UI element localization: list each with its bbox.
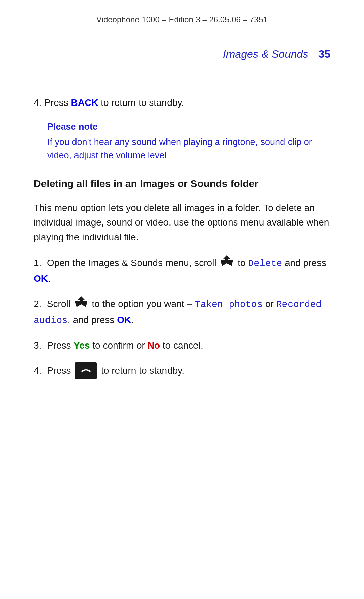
content-area: 4. Press BACK to return to standby. Plea… bbox=[34, 82, 330, 380]
chapter-header: Images & Sounds 35 bbox=[34, 46, 330, 62]
header-rule-area: Images & Sounds 35 bbox=[34, 46, 330, 65]
step-4-back-text: 4. Press BACK to return to standby. bbox=[34, 95, 184, 110]
please-note-label: Please note bbox=[47, 120, 330, 134]
step-1: 1. Open the Images & Sounds menu, scroll… bbox=[34, 255, 330, 286]
step-3-text: 3. Press Yes to confirm or No to cancel. bbox=[34, 338, 203, 353]
step-2: 2. Scroll to the option you want – Taken… bbox=[34, 296, 330, 328]
yes-label: Yes bbox=[73, 340, 90, 351]
end-call-button-icon bbox=[75, 362, 97, 379]
divider-line bbox=[34, 65, 330, 65]
body-paragraph: This menu option lets you delete all ima… bbox=[34, 201, 330, 244]
page-header: Videophone 1000 – Edition 3 – 26.05.06 –… bbox=[34, 13, 330, 26]
please-note-box: Please note If you don't hear any sound … bbox=[47, 120, 330, 162]
please-note-text: If you don't hear any sound when playing… bbox=[47, 135, 330, 162]
step-4-end: 4. Press to return to standby. bbox=[34, 363, 330, 380]
ok-label-1: OK bbox=[34, 273, 48, 284]
step-3: 3. Press Yes to confirm or No to cancel. bbox=[34, 338, 330, 353]
no-label: No bbox=[148, 340, 160, 351]
scroll-icon-2 bbox=[74, 296, 88, 312]
scroll-icon-1 bbox=[220, 254, 234, 271]
step-4-end-text: 4. Press to return to standby. bbox=[34, 363, 184, 380]
page-container: Videophone 1000 – Edition 3 – 26.05.06 –… bbox=[0, 0, 364, 599]
step-4-back: 4. Press BACK to return to standby. bbox=[34, 95, 330, 110]
back-button-label: BACK bbox=[71, 97, 98, 108]
svg-marker-1 bbox=[75, 296, 87, 307]
page-number: 35 bbox=[318, 46, 330, 62]
step-1-text: 1. Open the Images & Sounds menu, scroll… bbox=[34, 255, 330, 286]
header-title: Videophone 1000 – Edition 3 – 26.05.06 –… bbox=[96, 15, 268, 24]
delete-menu-item: Delete bbox=[248, 258, 282, 269]
svg-marker-0 bbox=[221, 255, 233, 266]
chapter-title: Images & Sounds bbox=[223, 46, 308, 62]
ok-label-2: OK bbox=[117, 315, 131, 325]
step-2-text: 2. Scroll to the option you want – Taken… bbox=[34, 296, 330, 328]
taken-photos-option: Taken photos bbox=[195, 299, 263, 309]
section-heading: Deleting all files in an Images or Sound… bbox=[34, 176, 330, 191]
